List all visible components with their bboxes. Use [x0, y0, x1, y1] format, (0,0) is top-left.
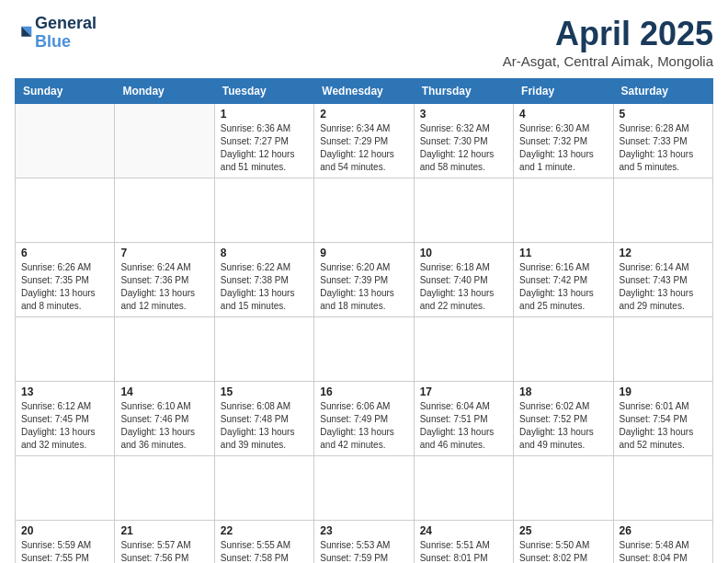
day-number: 23 — [320, 524, 407, 537]
day-info: Sunrise: 6:10 AM Sunset: 7:46 PM Dayligh… — [120, 400, 208, 452]
day-info: Sunrise: 5:57 AM Sunset: 7:56 PM Dayligh… — [120, 539, 208, 563]
calendar-cell: 12Sunrise: 6:14 AM Sunset: 7:43 PM Dayli… — [613, 243, 712, 317]
week-divider — [16, 317, 713, 382]
logo-icon — [15, 23, 35, 43]
day-number: 6 — [21, 247, 108, 259]
day-number: 18 — [519, 385, 607, 398]
week-row-2: 6Sunrise: 6:26 AM Sunset: 7:35 PM Daylig… — [16, 243, 713, 317]
header: General Blue April 2025 Ar-Asgat, Centra… — [15, 15, 713, 69]
calendar-table: SundayMondayTuesdayWednesdayThursdayFrid… — [15, 78, 713, 563]
day-info: Sunrise: 6:08 AM Sunset: 7:48 PM Dayligh… — [221, 400, 308, 452]
day-number: 3 — [420, 108, 507, 121]
title-area: April 2025 Ar-Asgat, Central Aimak, Mong… — [503, 15, 713, 69]
day-info: Sunrise: 6:30 AM Sunset: 7:32 PM Dayligh… — [519, 122, 607, 174]
calendar-cell: 16Sunrise: 6:06 AM Sunset: 7:49 PM Dayli… — [314, 382, 414, 456]
calendar-cell: 20Sunrise: 5:59 AM Sunset: 7:55 PM Dayli… — [16, 521, 115, 564]
calendar-cell: 22Sunrise: 5:55 AM Sunset: 7:58 PM Dayli… — [214, 521, 313, 564]
week-row-1: 1Sunrise: 6:36 AM Sunset: 7:27 PM Daylig… — [16, 104, 713, 178]
calendar-cell: 1Sunrise: 6:36 AM Sunset: 7:27 PM Daylig… — [214, 104, 313, 178]
day-info: Sunrise: 6:04 AM Sunset: 7:51 PM Dayligh… — [420, 400, 507, 452]
day-info: Sunrise: 6:12 AM Sunset: 7:45 PM Dayligh… — [21, 400, 108, 452]
calendar-cell: 3Sunrise: 6:32 AM Sunset: 7:30 PM Daylig… — [414, 104, 513, 178]
week-row-4: 20Sunrise: 5:59 AM Sunset: 7:55 PM Dayli… — [16, 521, 713, 564]
day-info: Sunrise: 5:50 AM Sunset: 8:02 PM Dayligh… — [519, 539, 607, 563]
calendar-cell: 26Sunrise: 5:48 AM Sunset: 8:04 PM Dayli… — [613, 521, 712, 564]
day-number: 7 — [120, 247, 208, 259]
calendar-cell: 25Sunrise: 5:50 AM Sunset: 8:02 PM Dayli… — [514, 521, 613, 564]
day-info: Sunrise: 6:36 AM Sunset: 7:27 PM Dayligh… — [221, 122, 308, 174]
day-number: 4 — [519, 108, 607, 121]
day-info: Sunrise: 6:18 AM Sunset: 7:40 PM Dayligh… — [420, 261, 507, 313]
weekday-header-row: SundayMondayTuesdayWednesdayThursdayFrid… — [16, 79, 713, 104]
day-info: Sunrise: 5:59 AM Sunset: 7:55 PM Dayligh… — [21, 539, 108, 563]
calendar-cell: 11Sunrise: 6:16 AM Sunset: 7:42 PM Dayli… — [514, 243, 613, 317]
day-info: Sunrise: 5:53 AM Sunset: 7:59 PM Dayligh… — [320, 539, 407, 563]
day-info: Sunrise: 6:06 AM Sunset: 7:49 PM Dayligh… — [320, 400, 407, 452]
day-number: 12 — [620, 247, 707, 259]
day-info: Sunrise: 6:14 AM Sunset: 7:43 PM Dayligh… — [620, 261, 707, 313]
calendar-cell: 2Sunrise: 6:34 AM Sunset: 7:29 PM Daylig… — [314, 104, 414, 178]
calendar-cell: 24Sunrise: 5:51 AM Sunset: 8:01 PM Dayli… — [414, 521, 513, 564]
day-number: 17 — [420, 385, 507, 398]
calendar-cell: 9Sunrise: 6:20 AM Sunset: 7:39 PM Daylig… — [314, 243, 414, 317]
weekday-header-saturday: Saturday — [613, 79, 712, 104]
weekday-header-sunday: Sunday — [16, 79, 115, 104]
calendar-cell: 10Sunrise: 6:18 AM Sunset: 7:40 PM Dayli… — [414, 243, 513, 317]
day-info: Sunrise: 6:01 AM Sunset: 7:54 PM Dayligh… — [620, 400, 707, 452]
weekday-header-friday: Friday — [514, 79, 613, 104]
calendar-cell: 19Sunrise: 6:01 AM Sunset: 7:54 PM Dayli… — [613, 382, 712, 456]
calendar-cell: 13Sunrise: 6:12 AM Sunset: 7:45 PM Dayli… — [16, 382, 115, 456]
day-info: Sunrise: 5:51 AM Sunset: 8:01 PM Dayligh… — [420, 539, 507, 563]
day-info: Sunrise: 6:22 AM Sunset: 7:38 PM Dayligh… — [221, 261, 308, 313]
day-number: 20 — [21, 524, 108, 537]
day-number: 9 — [320, 247, 407, 259]
day-info: Sunrise: 6:02 AM Sunset: 7:52 PM Dayligh… — [519, 400, 607, 452]
day-info: Sunrise: 6:28 AM Sunset: 7:33 PM Dayligh… — [620, 122, 707, 174]
day-number: 24 — [420, 524, 507, 537]
calendar-cell: 14Sunrise: 6:10 AM Sunset: 7:46 PM Dayli… — [115, 382, 214, 456]
calendar-cell: 5Sunrise: 6:28 AM Sunset: 7:33 PM Daylig… — [613, 104, 712, 178]
weekday-header-thursday: Thursday — [414, 79, 513, 104]
day-number: 13 — [21, 385, 108, 398]
weekday-header-monday: Monday — [115, 79, 214, 104]
day-number: 8 — [221, 247, 308, 259]
day-info: Sunrise: 6:32 AM Sunset: 7:30 PM Dayligh… — [420, 122, 507, 174]
calendar-cell: 18Sunrise: 6:02 AM Sunset: 7:52 PM Dayli… — [514, 382, 613, 456]
day-info: Sunrise: 5:55 AM Sunset: 7:58 PM Dayligh… — [221, 539, 308, 563]
week-divider — [16, 456, 713, 521]
day-number: 26 — [620, 524, 707, 537]
logo-general-text: General — [35, 14, 97, 32]
day-number: 19 — [620, 385, 707, 398]
day-info: Sunrise: 6:26 AM Sunset: 7:35 PM Dayligh… — [21, 261, 108, 313]
logo-blue-text: Blue — [35, 32, 71, 51]
day-number: 5 — [620, 108, 707, 121]
week-row-3: 13Sunrise: 6:12 AM Sunset: 7:45 PM Dayli… — [16, 382, 713, 456]
day-number: 11 — [519, 247, 607, 259]
calendar-cell: 15Sunrise: 6:08 AM Sunset: 7:48 PM Dayli… — [214, 382, 313, 456]
day-number: 25 — [519, 524, 607, 537]
weekday-header-wednesday: Wednesday — [314, 79, 414, 104]
day-info: Sunrise: 6:20 AM Sunset: 7:39 PM Dayligh… — [320, 261, 407, 313]
day-info: Sunrise: 6:34 AM Sunset: 7:29 PM Dayligh… — [320, 122, 407, 174]
day-number: 22 — [221, 524, 308, 537]
calendar-cell: 7Sunrise: 6:24 AM Sunset: 7:36 PM Daylig… — [115, 243, 214, 317]
day-number: 10 — [420, 247, 507, 259]
day-number: 21 — [120, 524, 208, 537]
weekday-header-tuesday: Tuesday — [214, 79, 313, 104]
calendar-cell: 6Sunrise: 6:26 AM Sunset: 7:35 PM Daylig… — [16, 243, 115, 317]
calendar-cell: 17Sunrise: 6:04 AM Sunset: 7:51 PM Dayli… — [414, 382, 513, 456]
day-info: Sunrise: 5:48 AM Sunset: 8:04 PM Dayligh… — [620, 539, 707, 563]
calendar-cell — [115, 104, 214, 178]
day-info: Sunrise: 6:16 AM Sunset: 7:42 PM Dayligh… — [519, 261, 607, 313]
day-number: 2 — [320, 108, 407, 121]
week-divider — [16, 178, 713, 243]
calendar-cell: 4Sunrise: 6:30 AM Sunset: 7:32 PM Daylig… — [514, 104, 613, 178]
calendar-cell: 21Sunrise: 5:57 AM Sunset: 7:56 PM Dayli… — [115, 521, 214, 564]
day-number: 16 — [320, 385, 407, 398]
calendar-cell: 8Sunrise: 6:22 AM Sunset: 7:38 PM Daylig… — [214, 243, 313, 317]
calendar-cell: 23Sunrise: 5:53 AM Sunset: 7:59 PM Dayli… — [314, 521, 414, 564]
calendar-cell — [16, 104, 115, 178]
day-info: Sunrise: 6:24 AM Sunset: 7:36 PM Dayligh… — [120, 261, 208, 313]
day-number: 14 — [120, 385, 208, 398]
location-title: Ar-Asgat, Central Aimak, Mongolia — [503, 53, 713, 69]
